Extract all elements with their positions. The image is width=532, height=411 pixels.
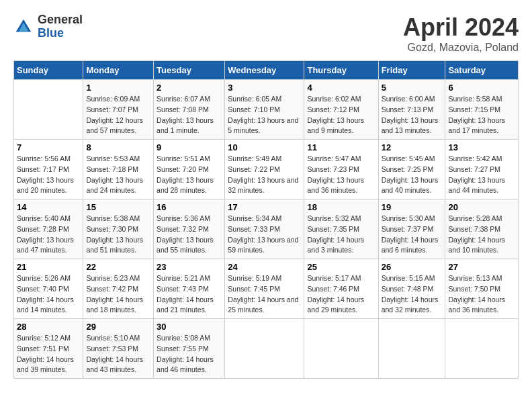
calendar-day-cell: 18Sunrise: 5:32 AMSunset: 7:35 PMDayligh…: [304, 199, 378, 259]
main-title: April 2024: [403, 13, 519, 42]
calendar-day-cell: 27Sunrise: 5:13 AMSunset: 7:50 PMDayligh…: [445, 259, 519, 319]
calendar-header-row: SundayMondayTuesdayWednesdayThursdayFrid…: [14, 61, 519, 80]
day-info: Sunrise: 5:17 AMSunset: 7:46 PMDaylight:…: [307, 273, 375, 316]
day-info: Sunrise: 5:38 AMSunset: 7:30 PMDaylight:…: [86, 214, 150, 256]
calendar-day-cell: [304, 319, 378, 379]
calendar-week-row: 1Sunrise: 6:09 AMSunset: 7:07 PMDaylight…: [14, 80, 519, 140]
calendar-day-cell: 22Sunrise: 5:23 AMSunset: 7:42 PMDayligh…: [83, 259, 154, 319]
calendar-week-row: 14Sunrise: 5:40 AMSunset: 7:28 PMDayligh…: [14, 199, 519, 259]
day-number: 14: [17, 202, 80, 212]
day-info: Sunrise: 5:32 AMSunset: 7:35 PMDaylight:…: [307, 214, 375, 256]
calendar-day-cell: 26Sunrise: 5:15 AMSunset: 7:48 PMDayligh…: [378, 259, 445, 319]
calendar-day-cell: 3Sunrise: 6:05 AMSunset: 7:10 PMDaylight…: [225, 80, 304, 140]
day-number: 16: [157, 202, 222, 212]
subtitle: Gozd, Mazovia, Poland: [403, 42, 519, 54]
logo: General Blue: [13, 13, 83, 40]
logo-general: General: [38, 13, 83, 27]
calendar-day-cell: 17Sunrise: 5:34 AMSunset: 7:33 PMDayligh…: [225, 199, 304, 259]
calendar-day-cell: 11Sunrise: 5:47 AMSunset: 7:23 PMDayligh…: [304, 140, 378, 199]
day-number: 18: [307, 202, 375, 212]
calendar-day-cell: 7Sunrise: 5:56 AMSunset: 7:17 PMDaylight…: [14, 140, 83, 199]
calendar-header-cell: Friday: [378, 61, 445, 80]
day-info: Sunrise: 5:10 AMSunset: 7:53 PMDaylight:…: [86, 333, 150, 375]
day-number: 10: [228, 142, 301, 152]
day-number: 9: [157, 142, 222, 152]
calendar-day-cell: 25Sunrise: 5:17 AMSunset: 7:46 PMDayligh…: [304, 259, 378, 319]
day-info: Sunrise: 5:12 AMSunset: 7:51 PMDaylight:…: [17, 333, 80, 375]
day-number: 15: [86, 202, 150, 212]
day-number: 11: [307, 142, 375, 152]
day-number: 26: [382, 262, 443, 272]
calendar-day-cell: 16Sunrise: 5:36 AMSunset: 7:32 PMDayligh…: [154, 199, 225, 259]
logo-text: General Blue: [38, 13, 83, 40]
day-info: Sunrise: 5:49 AMSunset: 7:22 PMDaylight:…: [228, 154, 301, 196]
day-number: 28: [17, 322, 80, 332]
day-info: Sunrise: 5:21 AMSunset: 7:43 PMDaylight:…: [157, 273, 222, 316]
day-info: Sunrise: 6:02 AMSunset: 7:12 PMDaylight:…: [307, 94, 375, 136]
calendar-header-cell: Tuesday: [154, 61, 225, 80]
calendar-day-cell: [225, 319, 304, 379]
calendar-day-cell: 9Sunrise: 5:51 AMSunset: 7:20 PMDaylight…: [154, 140, 225, 199]
day-number: 24: [228, 262, 301, 272]
day-number: 7: [17, 142, 80, 152]
day-number: 30: [157, 322, 222, 332]
calendar-day-cell: 28Sunrise: 5:12 AMSunset: 7:51 PMDayligh…: [14, 319, 83, 379]
day-info: Sunrise: 5:45 AMSunset: 7:25 PMDaylight:…: [382, 154, 443, 196]
calendar-day-cell: 13Sunrise: 5:42 AMSunset: 7:27 PMDayligh…: [445, 140, 519, 199]
title-block: April 2024 Gozd, Mazovia, Poland: [403, 13, 519, 54]
day-info: Sunrise: 5:28 AMSunset: 7:38 PMDaylight:…: [448, 214, 515, 256]
day-info: Sunrise: 5:26 AMSunset: 7:40 PMDaylight:…: [17, 273, 80, 316]
calendar-day-cell: [14, 80, 83, 140]
calendar-day-cell: 12Sunrise: 5:45 AMSunset: 7:25 PMDayligh…: [378, 140, 445, 199]
calendar-header-cell: Thursday: [304, 61, 378, 80]
day-number: 4: [307, 83, 375, 93]
calendar-header-cell: Wednesday: [225, 61, 304, 80]
day-number: 8: [86, 142, 150, 152]
day-number: 29: [86, 322, 150, 332]
day-number: 25: [307, 262, 375, 272]
calendar-day-cell: 19Sunrise: 5:30 AMSunset: 7:37 PMDayligh…: [378, 199, 445, 259]
day-number: 27: [448, 262, 515, 272]
day-info: Sunrise: 6:07 AMSunset: 7:08 PMDaylight:…: [157, 94, 222, 136]
day-number: 3: [228, 83, 301, 93]
calendar-day-cell: 29Sunrise: 5:10 AMSunset: 7:53 PMDayligh…: [83, 319, 154, 379]
calendar-day-cell: 2Sunrise: 6:07 AMSunset: 7:08 PMDaylight…: [154, 80, 225, 140]
day-number: 21: [17, 262, 80, 272]
calendar-day-cell: 8Sunrise: 5:53 AMSunset: 7:18 PMDaylight…: [83, 140, 154, 199]
day-info: Sunrise: 6:00 AMSunset: 7:13 PMDaylight:…: [382, 94, 443, 136]
day-info: Sunrise: 5:08 AMSunset: 7:55 PMDaylight:…: [157, 333, 222, 375]
day-info: Sunrise: 5:53 AMSunset: 7:18 PMDaylight:…: [86, 154, 150, 196]
day-number: 6: [448, 83, 515, 93]
calendar-day-cell: 10Sunrise: 5:49 AMSunset: 7:22 PMDayligh…: [225, 140, 304, 199]
calendar-body: 1Sunrise: 6:09 AMSunset: 7:07 PMDaylight…: [14, 80, 519, 379]
day-number: 17: [228, 202, 301, 212]
day-info: Sunrise: 5:19 AMSunset: 7:45 PMDaylight:…: [228, 273, 301, 316]
day-info: Sunrise: 5:56 AMSunset: 7:17 PMDaylight:…: [17, 154, 80, 196]
day-number: 12: [382, 142, 443, 152]
calendar-day-cell: 14Sunrise: 5:40 AMSunset: 7:28 PMDayligh…: [14, 199, 83, 259]
day-info: Sunrise: 5:23 AMSunset: 7:42 PMDaylight:…: [86, 273, 150, 316]
day-number: 1: [86, 83, 150, 93]
calendar-header-cell: Monday: [83, 61, 154, 80]
day-info: Sunrise: 5:30 AMSunset: 7:37 PMDaylight:…: [382, 214, 443, 256]
calendar-day-cell: 4Sunrise: 6:02 AMSunset: 7:12 PMDaylight…: [304, 80, 378, 140]
calendar-day-cell: [378, 319, 445, 379]
page-header: General Blue April 2024 Gozd, Mazovia, P…: [13, 13, 519, 54]
day-number: 2: [157, 83, 222, 93]
logo-icon: [13, 17, 34, 37]
calendar-table: SundayMondayTuesdayWednesdayThursdayFrid…: [13, 60, 519, 379]
calendar-day-cell: 23Sunrise: 5:21 AMSunset: 7:43 PMDayligh…: [154, 259, 225, 319]
calendar-day-cell: 21Sunrise: 5:26 AMSunset: 7:40 PMDayligh…: [14, 259, 83, 319]
day-info: Sunrise: 6:09 AMSunset: 7:07 PMDaylight:…: [86, 94, 150, 136]
day-info: Sunrise: 5:15 AMSunset: 7:48 PMDaylight:…: [382, 273, 443, 316]
calendar-week-row: 28Sunrise: 5:12 AMSunset: 7:51 PMDayligh…: [14, 319, 519, 379]
day-info: Sunrise: 5:36 AMSunset: 7:32 PMDaylight:…: [157, 214, 222, 256]
day-info: Sunrise: 5:42 AMSunset: 7:27 PMDaylight:…: [448, 154, 515, 196]
logo-blue: Blue: [38, 27, 83, 40]
day-number: 22: [86, 262, 150, 272]
day-info: Sunrise: 5:13 AMSunset: 7:50 PMDaylight:…: [448, 273, 515, 316]
day-number: 19: [382, 202, 443, 212]
calendar-day-cell: 30Sunrise: 5:08 AMSunset: 7:55 PMDayligh…: [154, 319, 225, 379]
day-info: Sunrise: 5:58 AMSunset: 7:15 PMDaylight:…: [448, 94, 515, 136]
calendar-week-row: 7Sunrise: 5:56 AMSunset: 7:17 PMDaylight…: [14, 140, 519, 199]
